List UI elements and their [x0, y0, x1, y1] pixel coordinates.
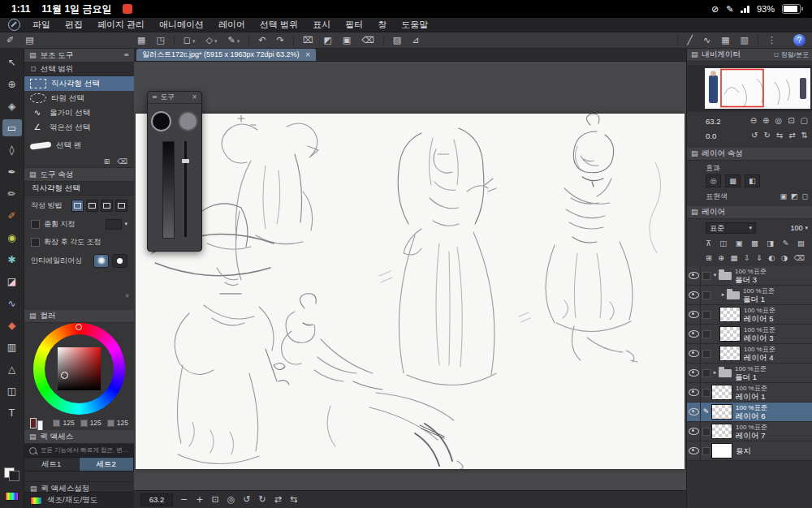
- folder-arrow-icon[interactable]: ▸: [711, 370, 719, 376]
- more-options-icon[interactable]: ⋮: [767, 36, 776, 45]
- new-folder-icon[interactable]: ▦: [731, 254, 738, 262]
- airbrush-tool[interactable]: ◉: [2, 229, 22, 246]
- slider-handle[interactable]: [182, 159, 189, 163]
- color-wheel[interactable]: [33, 323, 125, 415]
- menu-item[interactable]: 표시: [305, 19, 338, 31]
- zoom-in-icon[interactable]: +: [196, 495, 203, 504]
- blend-mode-select[interactable]: 표준 ▾: [706, 222, 756, 234]
- subtool-item[interactable]: 타원 선택: [24, 91, 134, 105]
- navigator-preview[interactable]: [687, 65, 812, 112]
- zoom-reset-icon[interactable]: ◎: [775, 117, 782, 125]
- apply-mask-icon[interactable]: ◑: [781, 254, 788, 262]
- value-slider[interactable]: [162, 141, 175, 239]
- enable-mask-icon[interactable]: ◨: [767, 239, 774, 248]
- layer-check-cell[interactable]: [701, 272, 711, 280]
- menu-item[interactable]: 애니메이션: [152, 19, 211, 31]
- actual-size-icon[interactable]: ◎: [227, 495, 235, 504]
- hsv-bar[interactable]: 색조/채도/명도: [24, 492, 134, 508]
- tone-effect-icon[interactable]: ▩: [725, 174, 741, 187]
- menu-item[interactable]: 선택 범위: [253, 19, 305, 31]
- eye-icon[interactable]: [689, 408, 699, 415]
- layer-checkbox[interactable]: [702, 330, 710, 338]
- layer-check-cell[interactable]: [701, 389, 711, 397]
- eye-icon[interactable]: [689, 369, 699, 377]
- zoom-out-icon[interactable]: −: [180, 495, 188, 504]
- layer-row[interactable]: ✎100 %표준레이어 6: [687, 403, 812, 422]
- antialias-soft-button[interactable]: [93, 254, 109, 268]
- layer-checkbox[interactable]: [702, 428, 710, 436]
- layer-check-cell[interactable]: [701, 369, 711, 377]
- rotate-right-icon[interactable]: ↻: [258, 495, 266, 504]
- eye-icon[interactable]: [689, 428, 699, 435]
- menu-item[interactable]: 페이지 관리: [90, 19, 152, 31]
- fit-screen-icon[interactable]: ⊡: [788, 117, 794, 125]
- menu-item[interactable]: 편집: [58, 19, 90, 31]
- main-sub-color-swatch[interactable]: [4, 467, 19, 481]
- zoom-in-icon[interactable]: ⊕: [762, 117, 769, 125]
- selection-rect-icon[interactable]: ◻▾: [184, 36, 196, 45]
- reset-view-icon[interactable]: ⇆: [290, 495, 297, 504]
- layer-checkbox[interactable]: [702, 389, 710, 397]
- subtool-item[interactable]: ∿올가미 선택: [24, 105, 134, 120]
- selection-lasso-icon[interactable]: ◇▾: [205, 36, 217, 45]
- aspect-checkbox[interactable]: [31, 220, 40, 229]
- frame-tool[interactable]: ◫: [2, 382, 22, 399]
- layer-checkbox[interactable]: [702, 369, 710, 377]
- layer-visibility-cell[interactable]: [687, 325, 701, 343]
- invert-selection-icon[interactable]: ◩: [323, 36, 331, 45]
- method-add-button[interactable]: [86, 200, 98, 212]
- ruler-icon[interactable]: ╱: [687, 36, 693, 45]
- quick-access-body[interactable]: [24, 471, 134, 481]
- reset-rotation-icon[interactable]: ⇆: [776, 131, 783, 140]
- subtool-item[interactable]: ∠꺾은선 선택: [24, 120, 134, 135]
- eye-icon[interactable]: [689, 330, 699, 338]
- text-tool[interactable]: T: [2, 404, 22, 421]
- layer-check-cell[interactable]: ✎: [701, 408, 711, 415]
- lock-layer-icon[interactable]: ▣: [736, 239, 743, 248]
- background-color-swatch[interactable]: [37, 420, 44, 431]
- add-subtool-icon[interactable]: ⊞: [104, 158, 110, 166]
- select-all-icon[interactable]: ▣: [343, 36, 351, 45]
- app-back-button[interactable]: [8, 19, 20, 31]
- menu-item[interactable]: 파일: [25, 19, 58, 31]
- layer-visibility-cell[interactable]: [687, 364, 701, 382]
- undo-icon[interactable]: ↶: [258, 36, 266, 45]
- panel-menu-icon[interactable]: ≡: [123, 52, 129, 58]
- color-mode-icon[interactable]: ▣: [780, 193, 787, 200]
- reference-layer-icon[interactable]: ◫: [719, 239, 727, 248]
- layer-check-cell[interactable]: [701, 428, 711, 436]
- close-tab-icon[interactable]: ×: [305, 52, 311, 58]
- subtool-item[interactable]: 직사각형 선택: [24, 76, 134, 91]
- foreground-color-swatch[interactable]: [30, 418, 37, 428]
- layer-checkbox[interactable]: [702, 350, 710, 358]
- layer-color-icon[interactable]: ◧: [745, 174, 760, 187]
- merge-down-icon[interactable]: ⇓: [756, 254, 762, 262]
- eye-icon[interactable]: [689, 311, 699, 318]
- flip-horizontal-icon[interactable]: ⇄: [274, 495, 282, 504]
- eraser-tool[interactable]: ◪: [2, 273, 22, 290]
- quick-access-tab[interactable]: 세트1: [24, 458, 80, 471]
- zoom-value-box[interactable]: 63.2: [140, 493, 173, 506]
- antialias-hard-button[interactable]: [112, 254, 127, 268]
- curve-ruler-icon[interactable]: ∿: [703, 36, 710, 45]
- layer-visibility-cell[interactable]: [687, 286, 701, 304]
- method-new-button[interactable]: [71, 200, 84, 212]
- fill-selection-icon[interactable]: ▨: [393, 36, 401, 45]
- selection-pen-icon[interactable]: ✎▾: [227, 36, 240, 45]
- flip-horizontal-icon[interactable]: ⇄: [788, 131, 795, 140]
- actual-size-icon[interactable]: ▢: [801, 117, 808, 125]
- mono-mode-icon[interactable]: ◻: [802, 193, 808, 200]
- new-vector-layer-icon[interactable]: ⊕: [718, 254, 724, 262]
- clear-icon[interactable]: ⌫: [361, 36, 374, 45]
- operation-tool[interactable]: ↖: [2, 54, 22, 71]
- deselect-icon[interactable]: ⌧: [303, 36, 313, 45]
- layer-check-cell[interactable]: [701, 447, 711, 455]
- layer-row[interactable]: ▾100 %표준폴더 3: [687, 266, 812, 286]
- eyedropper-tool[interactable]: ◊: [2, 141, 22, 158]
- eye-icon[interactable]: [689, 291, 699, 299]
- material-palette-icon[interactable]: ▥: [741, 36, 749, 45]
- eye-icon[interactable]: [689, 447, 699, 454]
- menu-item[interactable]: 도움말: [394, 19, 435, 31]
- layer-check-cell[interactable]: [701, 330, 711, 338]
- close-panel-icon[interactable]: ×: [192, 94, 197, 101]
